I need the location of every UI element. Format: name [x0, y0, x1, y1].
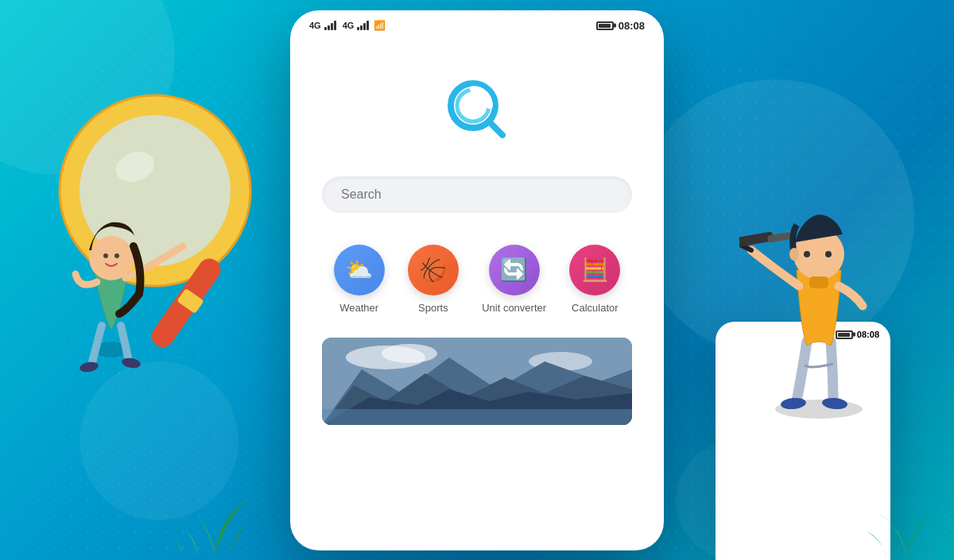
calculator-label: Calculator	[572, 302, 619, 314]
signal-bar	[331, 23, 333, 30]
quick-icon-sports[interactable]: 🏀 Sports	[408, 245, 459, 314]
person-telescope-illustration	[739, 95, 914, 429]
weather-label: Weather	[339, 302, 378, 314]
svg-point-8	[121, 357, 142, 369]
battery-fill	[599, 24, 611, 28]
quick-icon-weather[interactable]: ⛅ Weather	[334, 245, 385, 314]
signal-text-2: 4G	[343, 21, 355, 30]
svg-point-27	[382, 344, 437, 363]
bottom-preview-image	[322, 338, 632, 425]
signal-bar	[366, 21, 369, 30]
signal-text-1: 4G	[309, 21, 321, 30]
battery-icon	[596, 21, 614, 30]
signal-bar	[360, 25, 363, 30]
signal-bars-2	[357, 21, 369, 30]
plants-right-decoration	[859, 477, 954, 560]
svg-point-20	[789, 248, 799, 261]
magnifying-glass-illustration	[32, 79, 270, 397]
unit-converter-icon-circle: 🔄	[489, 245, 540, 295]
svg-point-10	[103, 253, 108, 258]
signal-bar	[363, 23, 366, 30]
plants-left-decoration	[159, 462, 270, 560]
phone-content: ⛅ Weather 🏀 Sports 🔄 Unit converter 🧮	[290, 38, 664, 449]
signal-bar	[324, 27, 327, 30]
svg-rect-32	[322, 409, 632, 425]
search-input[interactable]	[322, 176, 632, 213]
calculator-icon-circle: 🧮	[569, 245, 620, 295]
search-container[interactable]	[322, 176, 632, 213]
signal-bar	[328, 25, 330, 30]
status-time: 08:08	[619, 20, 645, 32]
quick-icon-unit-converter[interactable]: 🔄 Unit converter	[482, 245, 546, 314]
signal-bar	[334, 21, 336, 30]
status-bar: 4G 4G 📶 08:08	[290, 10, 664, 38]
signal-bar	[357, 27, 359, 30]
unit-converter-label: Unit converter	[482, 302, 546, 314]
svg-point-9	[89, 236, 134, 280]
svg-line-24	[489, 122, 502, 135]
sports-label: Sports	[418, 302, 448, 314]
app-logo	[445, 78, 509, 145]
svg-point-11	[114, 253, 119, 258]
svg-rect-21	[809, 276, 828, 288]
svg-point-19	[825, 251, 832, 257]
quick-icon-calculator[interactable]: 🧮 Calculator	[569, 245, 620, 314]
status-left: 4G 4G 📶	[309, 20, 386, 31]
status-right: 08:08	[596, 20, 645, 32]
sports-icon-circle: 🏀	[408, 245, 459, 295]
main-phone-card: 4G 4G 📶 08:08	[290, 10, 664, 550]
weather-icon-circle: ⛅	[334, 245, 385, 295]
signal-bars-1	[324, 21, 336, 30]
quick-icons-grid: ⛅ Weather 🏀 Sports 🔄 Unit converter 🧮	[322, 245, 632, 314]
wifi-icon: 📶	[374, 20, 386, 31]
svg-point-18	[804, 251, 810, 257]
